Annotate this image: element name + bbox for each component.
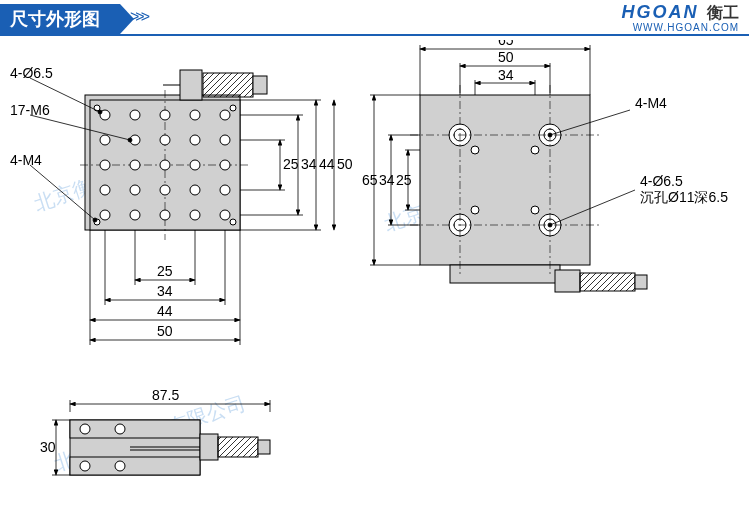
- svg-point-22: [220, 160, 230, 170]
- svg-point-21: [190, 160, 200, 170]
- svg-point-119: [548, 223, 552, 227]
- svg-point-17: [220, 135, 230, 145]
- svg-text:25: 25: [283, 156, 299, 172]
- svg-point-85: [531, 146, 539, 154]
- svg-point-26: [190, 185, 200, 195]
- micrometer-right: [555, 270, 647, 292]
- svg-rect-132: [218, 437, 258, 457]
- svg-point-70: [93, 218, 97, 222]
- svg-rect-74: [580, 273, 635, 291]
- svg-text:65: 65: [362, 172, 378, 188]
- svg-point-11: [190, 110, 200, 120]
- side-view: 87.5 30: [40, 387, 270, 475]
- svg-point-36: [230, 219, 236, 225]
- drawing-svg: 25 34 44 50 25 34 44 50: [0, 40, 749, 526]
- svg-rect-71: [420, 95, 590, 265]
- svg-point-34: [230, 105, 236, 111]
- svg-point-127: [80, 424, 90, 434]
- drawing-area: 北京衡工仪器有限公司 北京衡工仪器有限公司 北京衡工仪器有限公司: [0, 40, 749, 520]
- svg-point-15: [160, 135, 170, 145]
- svg-text:25: 25: [396, 172, 412, 188]
- section-title: 尺寸外形图: [0, 4, 120, 34]
- svg-point-31: [190, 210, 200, 220]
- svg-point-87: [531, 206, 539, 214]
- svg-point-130: [115, 461, 125, 471]
- svg-text:34: 34: [498, 67, 514, 83]
- svg-point-13: [100, 135, 110, 145]
- callout-17m6: 17-M6: [10, 102, 50, 118]
- svg-point-66: [98, 110, 102, 114]
- svg-point-24: [130, 185, 140, 195]
- svg-point-19: [130, 160, 140, 170]
- svg-text:34: 34: [157, 283, 173, 299]
- svg-rect-73: [555, 270, 580, 292]
- svg-text:30: 30: [40, 439, 56, 455]
- svg-point-29: [130, 210, 140, 220]
- brand-url: WWW.HGOAN.COM: [622, 22, 739, 33]
- callout-cbore: 沉孔Ø11深6.5: [640, 189, 728, 205]
- svg-rect-131: [200, 434, 218, 460]
- svg-text:44: 44: [157, 303, 173, 319]
- svg-point-25: [160, 185, 170, 195]
- brand-cn: 衡工: [707, 4, 739, 21]
- svg-point-84: [471, 146, 479, 154]
- svg-point-9: [130, 110, 140, 120]
- svg-rect-75: [635, 275, 647, 289]
- svg-point-23: [100, 185, 110, 195]
- header-bar: 尺寸外形图 >>> HGOAN 衡工 WWW.HGOAN.COM: [0, 0, 749, 36]
- svg-rect-2: [180, 70, 202, 100]
- svg-point-128: [80, 461, 90, 471]
- svg-text:87.5: 87.5: [152, 387, 179, 403]
- svg-rect-133: [258, 440, 270, 454]
- svg-text:65: 65: [498, 40, 514, 48]
- callout-4m4-left: 4-M4: [10, 152, 42, 168]
- svg-rect-4: [253, 76, 267, 94]
- svg-point-18: [100, 160, 110, 170]
- callout-4d65-right: 4-Ø6.5: [640, 173, 683, 189]
- svg-text:44: 44: [319, 156, 335, 172]
- svg-text:34: 34: [301, 156, 317, 172]
- top-plate-view: 25 34 44 50 25 34 44 50: [30, 70, 353, 345]
- svg-point-129: [115, 424, 125, 434]
- svg-point-12: [220, 110, 230, 120]
- svg-text:50: 50: [337, 156, 353, 172]
- base-view: 65 50 34 65 34 25: [362, 40, 647, 292]
- svg-point-20: [160, 160, 170, 170]
- brand-block: HGOAN 衡工 WWW.HGOAN.COM: [622, 2, 739, 33]
- hole-grid: [80, 90, 250, 240]
- callout-4m4-right: 4-M4: [635, 95, 667, 111]
- chevron-icon: >>>: [130, 8, 146, 26]
- svg-point-16: [190, 135, 200, 145]
- brand-logo: HGOAN: [622, 2, 699, 22]
- svg-text:50: 50: [157, 323, 173, 339]
- svg-point-86: [471, 206, 479, 214]
- svg-point-27: [220, 185, 230, 195]
- svg-point-30: [160, 210, 170, 220]
- svg-point-28: [100, 210, 110, 220]
- svg-point-117: [548, 133, 552, 137]
- callout-4d65: 4-Ø6.5: [10, 65, 53, 81]
- svg-text:25: 25: [157, 263, 173, 279]
- svg-text:34: 34: [379, 172, 395, 188]
- svg-point-32: [220, 210, 230, 220]
- svg-point-10: [160, 110, 170, 120]
- svg-text:50: 50: [498, 49, 514, 65]
- svg-rect-72: [450, 265, 560, 283]
- svg-rect-3: [203, 73, 253, 97]
- svg-point-68: [128, 138, 132, 142]
